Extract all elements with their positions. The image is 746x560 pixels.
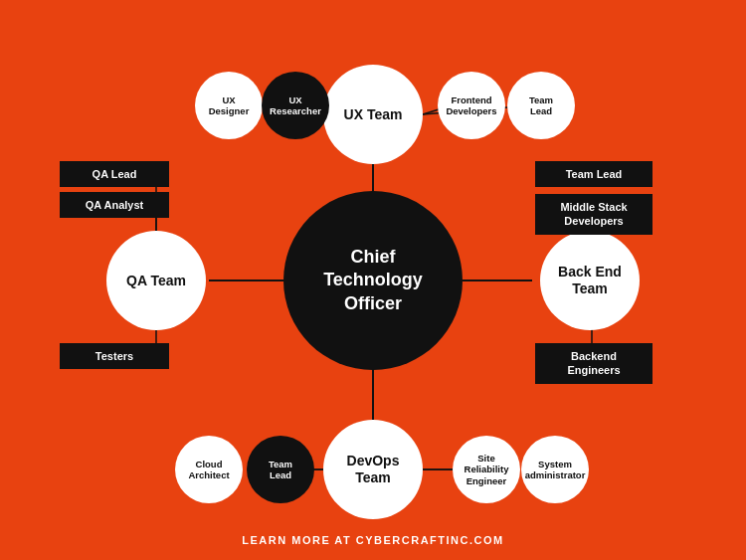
frontend-dev-circle: FrontendDevelopers xyxy=(438,72,505,139)
team-lead-right-label: Team Lead xyxy=(566,168,623,180)
cto-title: Chief Technology Officer xyxy=(323,246,423,315)
sysadmin-circle: Systemadministrator xyxy=(521,436,589,503)
qa-lead-label: QA Lead xyxy=(93,168,137,180)
ux-designer-label: UXDesigner xyxy=(209,94,250,117)
backend-team-label: Back End Team xyxy=(558,264,622,297)
qa-analyst-label: QA Analyst xyxy=(86,199,143,211)
team-lead-top-label: TeamLead xyxy=(529,94,553,117)
sysadmin-label: Systemadministrator xyxy=(525,459,586,481)
site-reliability-label: SiteReliabilityEngineer xyxy=(465,453,509,486)
ux-team-label: UX Team xyxy=(344,106,403,123)
site-reliability-circle: SiteReliabilityEngineer xyxy=(453,436,520,503)
ux-researcher-label: UXResearcher xyxy=(270,94,321,117)
middle-stack-box: Middle StackDevelopers xyxy=(535,194,653,235)
footer-text: LEARN MORE AT CYBERCRAFTINC.COM xyxy=(0,534,746,546)
ux-designer-circle: UXDesigner xyxy=(195,72,263,139)
cloud-architect-circle: CloudArchitect xyxy=(175,436,243,503)
frontend-dev-label: FrontendDevelopers xyxy=(446,94,496,117)
ux-researcher-circle: UXResearcher xyxy=(262,72,329,139)
team-lead-right-box: Team Lead xyxy=(535,161,653,187)
devops-team-circle: DevOpsTeam xyxy=(323,420,423,519)
testers-label: Testers xyxy=(95,350,133,362)
backend-engineers-label: BackendEngineers xyxy=(567,350,620,376)
middle-stack-label: Middle StackDevelopers xyxy=(560,201,627,227)
qa-team-label: QA Team xyxy=(126,273,186,289)
testers-box: Testers xyxy=(60,343,169,369)
devops-team-lead-circle: TeamLead xyxy=(247,436,314,503)
backend-team-circle: Back End Team xyxy=(540,231,640,330)
team-lead-top-circle: TeamLead xyxy=(507,72,575,139)
cto-circle: Chief Technology Officer xyxy=(283,191,463,370)
qa-team-circle: QA Team xyxy=(106,231,206,330)
ux-team-circle: UX Team xyxy=(323,65,423,164)
diagram-container: Chief Technology Officer UX Team UXDesig… xyxy=(0,0,746,560)
qa-analyst-box: QA Analyst xyxy=(60,192,169,218)
backend-engineers-box: BackendEngineers xyxy=(535,343,653,384)
qa-lead-box: QA Lead xyxy=(60,161,169,187)
devops-team-lead-label: TeamLead xyxy=(269,459,292,481)
cloud-architect-label: CloudArchitect xyxy=(188,459,229,481)
devops-team-label: DevOpsTeam xyxy=(347,453,400,486)
